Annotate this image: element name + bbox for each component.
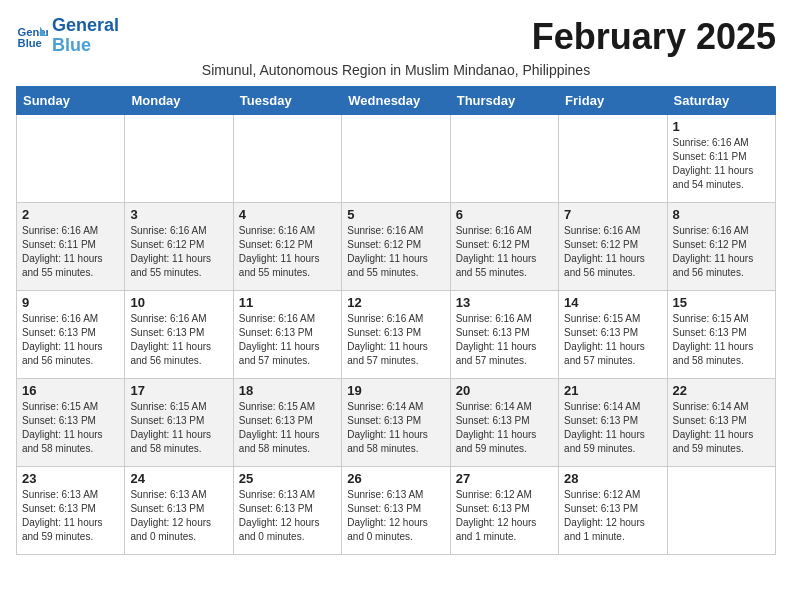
day-info: Sunrise: 6:13 AM Sunset: 6:13 PM Dayligh…: [347, 488, 444, 544]
day-number: 20: [456, 383, 553, 398]
logo: General Blue General Blue: [16, 16, 119, 56]
day-info: Sunrise: 6:16 AM Sunset: 6:12 PM Dayligh…: [673, 224, 770, 280]
svg-text:Blue: Blue: [18, 37, 42, 49]
day-number: 11: [239, 295, 336, 310]
calendar-cell: 23Sunrise: 6:13 AM Sunset: 6:13 PM Dayli…: [17, 467, 125, 555]
calendar-cell: [125, 115, 233, 203]
calendar-cell: 9Sunrise: 6:16 AM Sunset: 6:13 PM Daylig…: [17, 291, 125, 379]
day-number: 10: [130, 295, 227, 310]
day-info: Sunrise: 6:16 AM Sunset: 6:13 PM Dayligh…: [456, 312, 553, 368]
calendar-cell: 4Sunrise: 6:16 AM Sunset: 6:12 PM Daylig…: [233, 203, 341, 291]
day-number: 12: [347, 295, 444, 310]
day-info: Sunrise: 6:13 AM Sunset: 6:13 PM Dayligh…: [239, 488, 336, 544]
day-of-week-header: Sunday: [17, 87, 125, 115]
calendar-cell: [233, 115, 341, 203]
calendar-cell: 17Sunrise: 6:15 AM Sunset: 6:13 PM Dayli…: [125, 379, 233, 467]
calendar-cell: 12Sunrise: 6:16 AM Sunset: 6:13 PM Dayli…: [342, 291, 450, 379]
calendar-cell: 16Sunrise: 6:15 AM Sunset: 6:13 PM Dayli…: [17, 379, 125, 467]
day-info: Sunrise: 6:13 AM Sunset: 6:13 PM Dayligh…: [22, 488, 119, 544]
calendar-week-row: 23Sunrise: 6:13 AM Sunset: 6:13 PM Dayli…: [17, 467, 776, 555]
day-number: 28: [564, 471, 661, 486]
logo-line1: General: [52, 16, 119, 36]
day-info: Sunrise: 6:15 AM Sunset: 6:13 PM Dayligh…: [130, 400, 227, 456]
day-number: 19: [347, 383, 444, 398]
day-number: 2: [22, 207, 119, 222]
calendar-cell: 15Sunrise: 6:15 AM Sunset: 6:13 PM Dayli…: [667, 291, 775, 379]
calendar-cell: 26Sunrise: 6:13 AM Sunset: 6:13 PM Dayli…: [342, 467, 450, 555]
day-info: Sunrise: 6:12 AM Sunset: 6:13 PM Dayligh…: [564, 488, 661, 544]
calendar-table: SundayMondayTuesdayWednesdayThursdayFrid…: [16, 86, 776, 555]
day-info: Sunrise: 6:14 AM Sunset: 6:13 PM Dayligh…: [673, 400, 770, 456]
day-of-week-header: Thursday: [450, 87, 558, 115]
day-info: Sunrise: 6:15 AM Sunset: 6:13 PM Dayligh…: [239, 400, 336, 456]
day-number: 14: [564, 295, 661, 310]
day-number: 4: [239, 207, 336, 222]
day-info: Sunrise: 6:14 AM Sunset: 6:13 PM Dayligh…: [347, 400, 444, 456]
calendar-subtitle: Simunul, Autonomous Region in Muslim Min…: [16, 62, 776, 78]
calendar-week-row: 9Sunrise: 6:16 AM Sunset: 6:13 PM Daylig…: [17, 291, 776, 379]
day-info: Sunrise: 6:14 AM Sunset: 6:13 PM Dayligh…: [456, 400, 553, 456]
calendar-cell: 25Sunrise: 6:13 AM Sunset: 6:13 PM Dayli…: [233, 467, 341, 555]
calendar-cell: 3Sunrise: 6:16 AM Sunset: 6:12 PM Daylig…: [125, 203, 233, 291]
day-number: 8: [673, 207, 770, 222]
calendar-cell: 7Sunrise: 6:16 AM Sunset: 6:12 PM Daylig…: [559, 203, 667, 291]
logo-text: General Blue: [52, 16, 119, 56]
page-header: General Blue General Blue February 2025: [16, 16, 776, 58]
day-number: 1: [673, 119, 770, 134]
day-info: Sunrise: 6:12 AM Sunset: 6:13 PM Dayligh…: [456, 488, 553, 544]
day-info: Sunrise: 6:16 AM Sunset: 6:12 PM Dayligh…: [130, 224, 227, 280]
day-info: Sunrise: 6:15 AM Sunset: 6:13 PM Dayligh…: [673, 312, 770, 368]
day-number: 15: [673, 295, 770, 310]
calendar-week-row: 1Sunrise: 6:16 AM Sunset: 6:11 PM Daylig…: [17, 115, 776, 203]
day-number: 23: [22, 471, 119, 486]
calendar-cell: 27Sunrise: 6:12 AM Sunset: 6:13 PM Dayli…: [450, 467, 558, 555]
calendar-cell: [559, 115, 667, 203]
day-number: 9: [22, 295, 119, 310]
calendar-week-row: 2Sunrise: 6:16 AM Sunset: 6:11 PM Daylig…: [17, 203, 776, 291]
calendar-week-row: 16Sunrise: 6:15 AM Sunset: 6:13 PM Dayli…: [17, 379, 776, 467]
calendar-cell: 8Sunrise: 6:16 AM Sunset: 6:12 PM Daylig…: [667, 203, 775, 291]
calendar-header-row: SundayMondayTuesdayWednesdayThursdayFrid…: [17, 87, 776, 115]
day-of-week-header: Saturday: [667, 87, 775, 115]
calendar-cell: [667, 467, 775, 555]
day-info: Sunrise: 6:16 AM Sunset: 6:11 PM Dayligh…: [22, 224, 119, 280]
day-info: Sunrise: 6:16 AM Sunset: 6:11 PM Dayligh…: [673, 136, 770, 192]
calendar-cell: 22Sunrise: 6:14 AM Sunset: 6:13 PM Dayli…: [667, 379, 775, 467]
calendar-cell: [17, 115, 125, 203]
month-title: February 2025: [532, 16, 776, 58]
day-number: 7: [564, 207, 661, 222]
day-number: 26: [347, 471, 444, 486]
day-info: Sunrise: 6:14 AM Sunset: 6:13 PM Dayligh…: [564, 400, 661, 456]
calendar-cell: 24Sunrise: 6:13 AM Sunset: 6:13 PM Dayli…: [125, 467, 233, 555]
calendar-cell: 10Sunrise: 6:16 AM Sunset: 6:13 PM Dayli…: [125, 291, 233, 379]
day-number: 17: [130, 383, 227, 398]
day-info: Sunrise: 6:16 AM Sunset: 6:13 PM Dayligh…: [347, 312, 444, 368]
day-info: Sunrise: 6:16 AM Sunset: 6:12 PM Dayligh…: [564, 224, 661, 280]
logo-icon: General Blue: [16, 20, 48, 52]
day-number: 22: [673, 383, 770, 398]
day-number: 24: [130, 471, 227, 486]
day-number: 5: [347, 207, 444, 222]
day-of-week-header: Monday: [125, 87, 233, 115]
day-number: 13: [456, 295, 553, 310]
day-number: 21: [564, 383, 661, 398]
calendar-cell: 6Sunrise: 6:16 AM Sunset: 6:12 PM Daylig…: [450, 203, 558, 291]
day-info: Sunrise: 6:16 AM Sunset: 6:12 PM Dayligh…: [239, 224, 336, 280]
calendar-cell: 2Sunrise: 6:16 AM Sunset: 6:11 PM Daylig…: [17, 203, 125, 291]
calendar-cell: 21Sunrise: 6:14 AM Sunset: 6:13 PM Dayli…: [559, 379, 667, 467]
day-number: 16: [22, 383, 119, 398]
day-number: 6: [456, 207, 553, 222]
day-of-week-header: Tuesday: [233, 87, 341, 115]
day-info: Sunrise: 6:15 AM Sunset: 6:13 PM Dayligh…: [22, 400, 119, 456]
calendar-cell: 18Sunrise: 6:15 AM Sunset: 6:13 PM Dayli…: [233, 379, 341, 467]
day-info: Sunrise: 6:16 AM Sunset: 6:13 PM Dayligh…: [130, 312, 227, 368]
day-info: Sunrise: 6:15 AM Sunset: 6:13 PM Dayligh…: [564, 312, 661, 368]
day-info: Sunrise: 6:16 AM Sunset: 6:12 PM Dayligh…: [456, 224, 553, 280]
calendar-cell: 20Sunrise: 6:14 AM Sunset: 6:13 PM Dayli…: [450, 379, 558, 467]
logo-line2: Blue: [52, 36, 119, 56]
day-info: Sunrise: 6:13 AM Sunset: 6:13 PM Dayligh…: [130, 488, 227, 544]
calendar-cell: 14Sunrise: 6:15 AM Sunset: 6:13 PM Dayli…: [559, 291, 667, 379]
calendar-cell: 11Sunrise: 6:16 AM Sunset: 6:13 PM Dayli…: [233, 291, 341, 379]
calendar-cell: 5Sunrise: 6:16 AM Sunset: 6:12 PM Daylig…: [342, 203, 450, 291]
calendar-cell: [450, 115, 558, 203]
